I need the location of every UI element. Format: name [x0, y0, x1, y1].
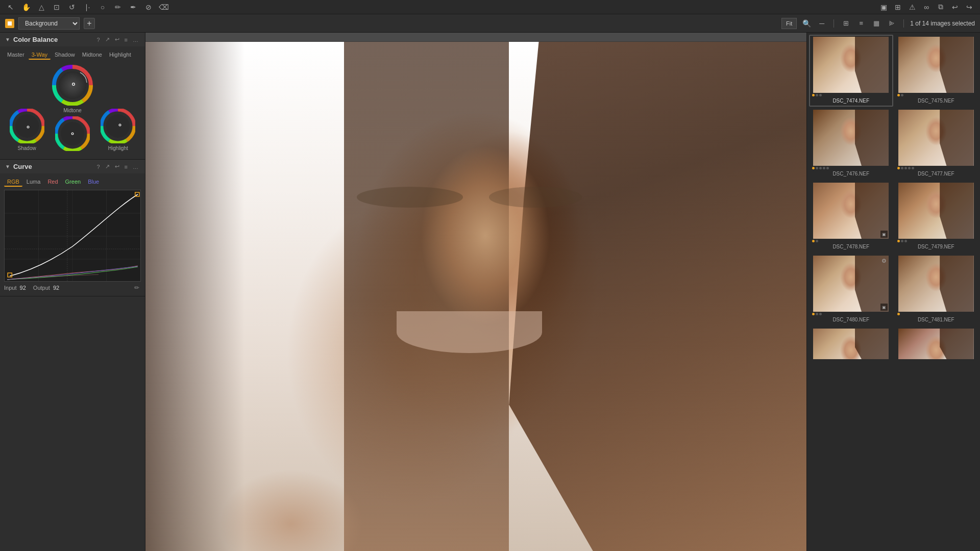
curve-tab-blue[interactable]: Blue	[85, 178, 102, 187]
thumb-gear-7: ⚙	[881, 258, 887, 264]
filmstrip-item-3[interactable]: DSC_7476.NEF	[809, 108, 893, 180]
curve-header[interactable]: ▼ Curve ? ↗ ↩ ≡ …	[0, 160, 145, 173]
curve-expand[interactable]: ↗	[104, 163, 111, 170]
shadow-wheel-svg[interactable]	[10, 109, 44, 143]
layer-type-icon	[5, 19, 14, 28]
filmstrip-item-9[interactable]	[809, 327, 893, 361]
curve-tab-green[interactable]: Green	[62, 178, 84, 187]
curve-tab-red[interactable]: Red	[44, 178, 61, 187]
warning-icon[interactable]: ⚠	[906, 2, 918, 13]
filmstrip-item-8[interactable]: DSC_7481.NEF	[894, 254, 978, 325]
layer-dropdown[interactable]: Background	[18, 17, 80, 30]
circle-tool-icon[interactable]: ○	[97, 2, 108, 13]
add-layer-button[interactable]: +	[84, 18, 95, 29]
left-panel: ▼ Color Balance ? ↗ ↩ ≡ … Master 3-Way S…	[0, 33, 145, 551]
dot-5-2	[816, 240, 818, 242]
filmstrip-item-10[interactable]	[894, 327, 978, 361]
curve-reset[interactable]: ↩	[113, 163, 121, 170]
curve-help[interactable]: ?	[95, 163, 101, 170]
thumb-hair-2	[940, 37, 974, 93]
grid-view-icon[interactable]: ⊞	[840, 18, 851, 29]
transform-tool-icon[interactable]: ⊡	[51, 2, 62, 13]
main-color-wheel[interactable]	[52, 65, 93, 106]
dot-2-1	[897, 94, 900, 96]
filmstrip-dots-5	[811, 239, 891, 243]
grid-icon[interactable]: ⊞	[892, 2, 903, 13]
curve-more[interactable]: …	[131, 163, 140, 170]
fit-button[interactable]: Fit	[781, 18, 797, 29]
select-tool-icon[interactable]: ↖	[5, 2, 16, 13]
filmstrip-dots-3	[811, 166, 891, 170]
dot-6-1	[897, 240, 900, 242]
filmstrip-icon[interactable]: ⫸	[886, 18, 897, 29]
curve-tab-luma[interactable]: Luma	[23, 178, 44, 187]
dot-5-1	[812, 240, 815, 242]
dot-2-2	[901, 94, 903, 96]
highlight-wheel-svg[interactable]	[101, 109, 135, 143]
right-panel: DSC_7474.NEF DSC_7475.NEF	[806, 33, 980, 551]
filmstrip-name-5: DSC_7478.NEF	[811, 243, 891, 251]
clone-tool-icon[interactable]: ⌫	[158, 2, 169, 13]
color-balance-help[interactable]: ?	[95, 36, 101, 43]
midtone-wheel-svg[interactable]	[55, 116, 90, 151]
highlight-label: Highlight	[108, 145, 128, 151]
filmstrip-item-6[interactable]: DSC_7479.NEF	[894, 181, 978, 253]
filmstrip-item-1[interactable]: DSC_7474.NEF	[809, 35, 893, 107]
monitor-icon[interactable]: ▣	[878, 2, 889, 13]
pen-tool-icon[interactable]: ✏	[112, 2, 124, 13]
filmstrip-item-4[interactable]: DSC_7477.NEF	[894, 108, 978, 180]
curve-canvas[interactable]	[4, 190, 141, 282]
dot-7-2	[816, 313, 818, 315]
cb-tab-shadow[interactable]: Shadow	[52, 51, 78, 60]
thumb-hair-10	[940, 329, 974, 359]
canvas-top-spacer	[145, 33, 806, 42]
move-tool-icon[interactable]: ✋	[20, 2, 32, 13]
svg-point-17	[106, 114, 130, 138]
zoom-icon[interactable]: 🔍	[801, 18, 812, 29]
brush-tool-icon[interactable]: ✒	[128, 2, 139, 13]
main-wheel-svg[interactable]	[52, 65, 93, 106]
crop-tool-icon[interactable]: △	[36, 2, 47, 13]
color-balance-content: Master 3-Way Shadow Midtone Highlight	[0, 46, 145, 159]
svg-point-9	[15, 114, 39, 138]
zoom-minus-icon[interactable]: ─	[816, 18, 827, 29]
curve-info: Input 92 Output 92 ✏	[4, 284, 141, 292]
color-balance-more[interactable]: …	[131, 36, 140, 43]
color-balance-expand[interactable]: ↗	[104, 36, 111, 43]
highlight-wheel[interactable]: Highlight	[101, 109, 135, 151]
dot-3-1	[812, 167, 815, 169]
dot-7-3	[819, 313, 822, 315]
infinity-icon[interactable]: ∞	[921, 2, 932, 13]
heal-tool-icon[interactable]: ⊘	[143, 2, 154, 13]
list-view-icon[interactable]: ≡	[855, 18, 867, 29]
dot-8-1	[897, 313, 900, 315]
filmstrip-item-5[interactable]: ▣ DSC_7478.NEF	[809, 181, 893, 253]
back-icon[interactable]: ↩	[949, 2, 961, 13]
color-balance-arrow: ▼	[5, 37, 10, 42]
color-balance-reset[interactable]: ↩	[113, 36, 121, 43]
midtone-label-top: Midtone	[63, 108, 82, 113]
point-tool-icon[interactable]: ∣·	[82, 2, 93, 13]
curve-tab-rgb[interactable]: RGB	[4, 178, 22, 187]
cb-tab-master[interactable]: Master	[4, 51, 28, 60]
cb-tab-highlight[interactable]: Highlight	[106, 51, 134, 60]
cb-tab-3way[interactable]: 3-Way	[29, 51, 51, 60]
curve-list[interactable]: ≡	[123, 163, 129, 170]
color-balance-list[interactable]: ≡	[123, 36, 129, 43]
svg-rect-27	[8, 273, 12, 277]
filmstrip-item-2[interactable]: DSC_7475.NEF	[894, 35, 978, 107]
filmstrip-dots-1	[811, 93, 891, 97]
curve-section: ▼ Curve ? ↗ ↩ ≡ … RGB Luma Red Green Blu…	[0, 160, 145, 296]
filmstrip-thumb-10	[898, 329, 974, 359]
color-balance-header[interactable]: ▼ Color Balance ? ↗ ↩ ≡ …	[0, 33, 145, 46]
svg-point-11	[27, 127, 28, 128]
cb-tab-midtone[interactable]: Midtone	[79, 51, 105, 60]
layers-icon[interactable]: ⧉	[935, 2, 946, 13]
midtone-wheel[interactable]: Midtone	[55, 108, 90, 151]
undo-tool-icon[interactable]: ↺	[66, 2, 78, 13]
forward-icon[interactable]: ↪	[964, 2, 975, 13]
detail-view-icon[interactable]: ▦	[871, 18, 882, 29]
shadow-wheel[interactable]: Shadow	[10, 109, 44, 151]
filmstrip-item-7[interactable]: ⚙ ▣ DSC_7480.NEF	[809, 254, 893, 325]
curve-picker-icon[interactable]: ✏	[133, 284, 141, 292]
